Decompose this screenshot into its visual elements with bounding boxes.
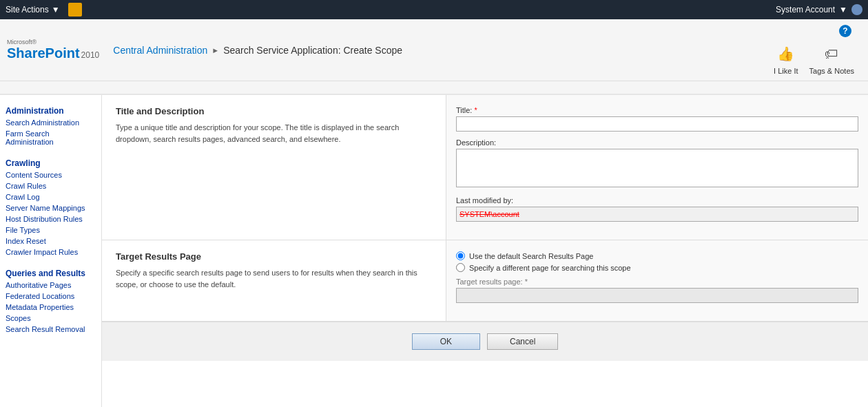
target-results-section: Target Results Page Specify a specific s… <box>102 240 868 322</box>
form-buttons: OK Cancel <box>102 322 868 361</box>
radio-different[interactable] <box>456 263 465 272</box>
i-like-it-label: I Like It <box>774 67 798 75</box>
ok-button[interactable]: OK <box>412 333 480 350</box>
top-bar: Site Actions ▼ System Account ▼ <box>0 0 868 19</box>
user-icon <box>851 4 862 15</box>
radio-group: Use the default Search Results Page Spec… <box>456 251 858 272</box>
target-results-page-input[interactable] <box>456 288 858 303</box>
sidebar-item-farm-search-admin[interactable]: Farm SearchAdministration <box>0 128 101 147</box>
title-description-text: Type a unique title and description for … <box>116 122 432 145</box>
title-description-heading: Title and Description <box>116 106 432 116</box>
header-ribbon: Microsoft® SharePoint 2010 Central Admin… <box>0 19 868 81</box>
sidebar-item-crawl-log[interactable]: Crawl Log <box>0 191 101 202</box>
sub-nav-bar <box>0 81 868 95</box>
description-textarea-wrapper <box>456 149 858 189</box>
title-field-group: Title: * <box>456 106 858 132</box>
sidebar-item-authoritative-pages[interactable]: Authoritative Pages <box>0 280 101 291</box>
site-actions-logo-icon <box>68 3 82 17</box>
ribbon-buttons: 👍 I Like It 🏷 Tags & Notes <box>774 43 854 75</box>
sp-brand: SharePoint 2010 <box>7 45 99 61</box>
microsoft-text: Microsoft® <box>7 39 37 45</box>
radio-different-label: Specify a different page for searching t… <box>469 264 631 272</box>
last-modified-label: Last modified by: <box>456 196 858 205</box>
breadcrumb: Central Administration ► Search Service … <box>113 45 402 56</box>
target-results-page-label: Target results page: * <box>456 278 858 286</box>
radio-option-default[interactable]: Use the default Search Results Page <box>456 251 858 260</box>
radio-default-label: Use the default Search Results Page <box>469 252 593 260</box>
site-actions-dropdown-icon: ▼ <box>52 5 60 14</box>
sidebar-item-server-name-mappings[interactable]: Server Name Mappings <box>0 202 101 213</box>
last-modified-value-text: SYSTEM\account <box>459 210 519 218</box>
title-required-marker: * <box>475 106 477 114</box>
sidebar-section-crawling: Crawling <box>0 154 101 169</box>
help-button[interactable]: ? <box>839 25 851 37</box>
sharepoint-logo: Microsoft® SharePoint 2010 <box>7 39 99 61</box>
sidebar-item-search-result-removal[interactable]: Search Result Removal <box>0 324 101 335</box>
sidebar-item-index-reset[interactable]: Index Reset <box>0 236 101 247</box>
radio-option-different[interactable]: Specify a different page for searching t… <box>456 263 858 272</box>
help-icon-area: ? <box>774 25 854 37</box>
sidebar-item-federated-locations[interactable]: Federated Locations <box>0 291 101 302</box>
sidebar-item-search-admin[interactable]: Search Administration <box>0 117 101 128</box>
sidebar-item-metadata-properties[interactable]: Metadata Properties <box>0 302 101 313</box>
ribbon-right: ? 👍 I Like It 🏷 Tags & Notes <box>774 25 854 75</box>
title-description-section: Title and Description Type a unique titl… <box>102 95 868 240</box>
target-results-heading: Target Results Page <box>116 251 432 262</box>
page-title: Search Service Application: Create Scope <box>223 45 402 56</box>
target-results-page-group: Target results page: * <box>456 278 858 303</box>
sidebar-item-scopes[interactable]: Scopes <box>0 313 101 324</box>
main-layout: Administration Search Administration Far… <box>0 95 868 407</box>
tags-notes-button[interactable]: 🏷 Tags & Notes <box>809 43 854 75</box>
description-input[interactable] <box>456 149 858 187</box>
sidebar: Administration Search Administration Far… <box>0 95 102 407</box>
tags-notes-label: Tags & Notes <box>809 67 854 75</box>
sidebar-section-administration: Administration <box>0 102 101 117</box>
title-label: Title: * <box>456 106 858 114</box>
tag-icon: 🏷 <box>820 43 843 65</box>
sharepoint-text: SharePoint <box>7 45 80 61</box>
sidebar-item-crawler-impact[interactable]: Crawler Impact Rules <box>0 247 101 258</box>
sidebar-item-host-distribution[interactable]: Host Distribution Rules <box>0 213 101 225</box>
cancel-button[interactable]: Cancel <box>487 333 558 350</box>
sidebar-item-crawl-rules[interactable]: Crawl Rules <box>0 180 101 191</box>
description-field-group: Description: <box>456 138 858 189</box>
system-account-label: System Account <box>776 5 835 14</box>
central-admin-link[interactable]: Central Administration <box>113 45 207 56</box>
sidebar-item-file-types[interactable]: File Types <box>0 225 101 236</box>
system-account-dropdown-icon: ▼ <box>839 5 847 14</box>
year-text: 2010 <box>81 50 100 60</box>
description-label: Description: <box>456 138 858 147</box>
radio-default[interactable] <box>456 251 465 260</box>
sidebar-item-content-sources[interactable]: Content Sources <box>0 169 101 180</box>
target-required-marker: * <box>525 278 528 286</box>
last-modified-field-group: Last modified by: SYSTEM\account <box>456 196 858 222</box>
i-like-it-button[interactable]: 👍 I Like It <box>774 43 798 75</box>
site-actions-button[interactable]: Site Actions ▼ <box>6 5 60 14</box>
site-actions-label: Site Actions <box>6 5 49 14</box>
title-description-right: Title: * Description: Last modified by: … <box>446 95 868 240</box>
last-modified-value: SYSTEM\account <box>456 207 858 222</box>
content-area: Title and Description Type a unique titl… <box>102 95 868 407</box>
title-input[interactable] <box>456 116 858 132</box>
breadcrumb-separator: ► <box>211 46 219 54</box>
target-results-text: Specify a specific search results page t… <box>116 267 432 290</box>
thumbs-up-icon: 👍 <box>775 43 797 65</box>
logo-area: Microsoft® SharePoint 2010 Central Admin… <box>7 39 402 61</box>
target-results-left: Target Results Page Specify a specific s… <box>102 240 446 321</box>
title-description-left: Title and Description Type a unique titl… <box>102 95 446 240</box>
system-account-area[interactable]: System Account ▼ <box>776 4 862 15</box>
target-results-right: Use the default Search Results Page Spec… <box>446 240 868 321</box>
sidebar-section-queries-results: Queries and Results <box>0 264 101 280</box>
